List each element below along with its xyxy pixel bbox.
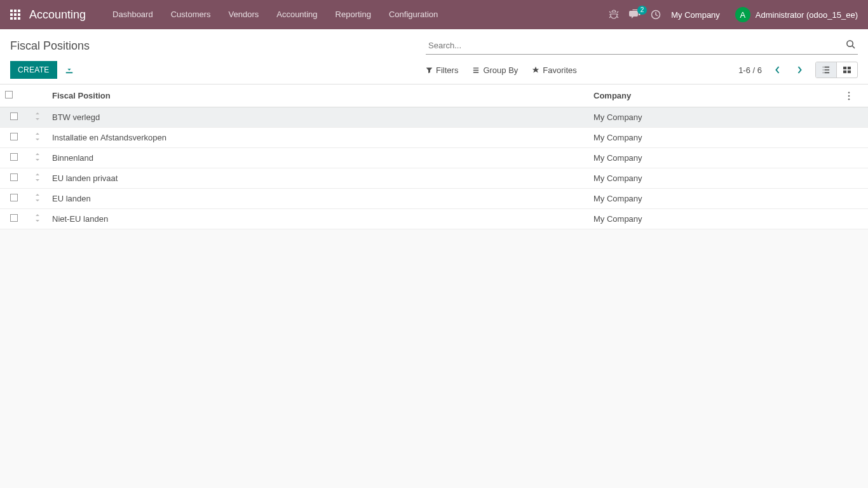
groupby-button[interactable]: Group By [472, 65, 518, 75]
header-company[interactable]: Company [588, 85, 843, 107]
cell-name: Binnenland [47, 148, 588, 168]
row-checkbox[interactable] [10, 173, 18, 181]
drag-handle-icon[interactable] [35, 214, 40, 222]
cell-company: My Company [588, 168, 843, 189]
table-row[interactable]: BTW verlegdMy Company [0, 107, 868, 128]
menu-reporting[interactable]: Reporting [327, 0, 380, 29]
drag-handle-icon[interactable] [35, 173, 40, 181]
pager-prev[interactable] [771, 63, 784, 77]
user-menu[interactable]: A Administrator (odoo_15_ee) [730, 7, 858, 22]
page-title: Fiscal Positions [10, 39, 90, 53]
row-checkbox[interactable] [10, 214, 18, 222]
drag-handle-icon[interactable] [35, 194, 40, 201]
filter-icon [426, 67, 433, 74]
svg-point-8 [848, 98, 850, 100]
cell-name: EU landen [47, 189, 588, 209]
create-button[interactable]: Create [10, 61, 57, 79]
favorites-label: Favorites [543, 65, 576, 75]
row-checkbox[interactable] [10, 112, 18, 120]
cell-company: My Company [588, 189, 843, 209]
pager-next[interactable] [793, 63, 806, 77]
table-row[interactable]: Niet-EU landenMy Company [0, 209, 868, 229]
select-all-checkbox[interactable] [5, 91, 13, 98]
svg-rect-5 [848, 71, 851, 73]
groupby-label: Group By [483, 65, 518, 75]
username: Administrator (odoo_15_ee) [756, 10, 858, 20]
svg-point-6 [848, 92, 850, 93]
fiscal-positions-table: Fiscal Position Company BTW verlegdMy Co… [0, 85, 868, 229]
cell-name: Niet-EU landen [47, 209, 588, 229]
drag-handle-icon[interactable] [35, 133, 40, 140]
favorites-button[interactable]: Favorites [532, 65, 576, 75]
menu-configuration[interactable]: Configuration [380, 0, 447, 29]
table-row[interactable]: Installatie en AfstandsverkopenMy Compan… [0, 128, 868, 148]
table-row[interactable]: EU landen privaatMy Company [0, 168, 868, 189]
company-switcher[interactable]: My Company [671, 10, 720, 20]
search-input[interactable] [426, 37, 858, 55]
pager-text[interactable]: 1-6 / 6 [738, 65, 762, 75]
messaging-icon[interactable]: 2 [629, 10, 641, 20]
menu-customers[interactable]: Customers [162, 0, 220, 29]
svg-rect-3 [848, 67, 851, 69]
header-name[interactable]: Fiscal Position [47, 85, 588, 107]
cell-name: Installatie en Afstandsverkopen [47, 128, 588, 148]
filters-button[interactable]: Filters [426, 65, 458, 75]
debug-icon[interactable] [609, 10, 619, 20]
menu-vendors[interactable]: Vendors [220, 0, 268, 29]
control-panel: Fiscal Positions Create Filters Group By [0, 29, 868, 85]
table-row[interactable]: BinnenlandMy Company [0, 148, 868, 168]
activity-icon[interactable] [651, 10, 661, 20]
column-options-icon[interactable] [848, 92, 863, 100]
cell-company: My Company [588, 128, 843, 148]
cell-company: My Company [588, 107, 843, 128]
drag-handle-icon[interactable] [35, 112, 40, 120]
top-navbar: Accounting Dashboard Customers Vendors A… [0, 0, 868, 29]
svg-point-7 [848, 95, 850, 97]
avatar: A [735, 7, 750, 22]
drag-handle-icon[interactable] [35, 153, 40, 161]
star-icon [532, 66, 539, 74]
kanban-view-button[interactable] [836, 62, 857, 78]
main-menu: Dashboard Customers Vendors Accounting R… [104, 0, 447, 29]
menu-accounting[interactable]: Accounting [268, 0, 326, 29]
messaging-badge: 2 [637, 6, 648, 15]
list-icon [472, 67, 480, 74]
cell-company: My Company [588, 148, 843, 168]
app-name[interactable]: Accounting [29, 8, 86, 22]
menu-dashboard[interactable]: Dashboard [104, 0, 162, 29]
import-button[interactable] [65, 65, 74, 74]
row-checkbox[interactable] [10, 194, 18, 201]
search-icon[interactable] [846, 39, 855, 49]
cell-name: BTW verlegd [47, 107, 588, 128]
table-row[interactable]: EU landenMy Company [0, 189, 868, 209]
apps-icon[interactable] [10, 10, 20, 20]
filters-label: Filters [436, 65, 458, 75]
list-view-button[interactable] [816, 62, 836, 78]
svg-rect-4 [843, 71, 846, 73]
row-checkbox[interactable] [10, 133, 18, 140]
svg-rect-2 [843, 67, 846, 69]
view-switcher [815, 62, 858, 78]
cell-company: My Company [588, 209, 843, 229]
cell-name: EU landen privaat [47, 168, 588, 189]
row-checkbox[interactable] [10, 153, 18, 161]
svg-point-1 [847, 41, 853, 46]
